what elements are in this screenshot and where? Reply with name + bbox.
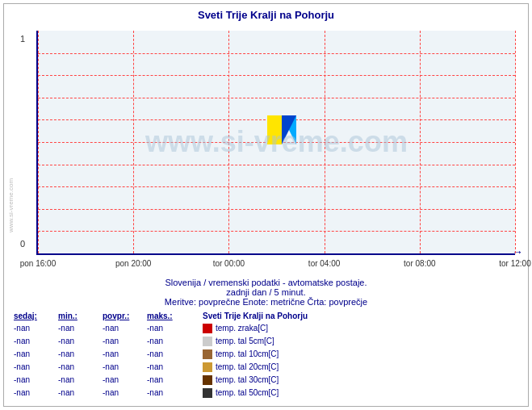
col-data-min: -nan -nan -nan -nan -nan -nan xyxy=(58,322,103,400)
legend-label-4: temp. tal 30cm[C] xyxy=(216,374,279,387)
legend-swatch-2 xyxy=(203,349,212,359)
info-line-2: Meritve: povprečne Enote: metrične Črta:… xyxy=(4,297,528,307)
legend: Sveti Trije Kralji na Pohorju temp. zrak… xyxy=(203,312,308,400)
chart-plot-area: → xyxy=(36,31,515,255)
chart-container: www.si-vreme.com Sveti Trije Kralji na P… xyxy=(3,3,529,407)
col-sedaj: sedaj: -nan -nan -nan -nan -nan -nan xyxy=(14,312,58,400)
legend-swatch-1 xyxy=(203,337,212,346)
col-data-povpr: -nan -nan -nan -nan -nan -nan xyxy=(103,322,147,400)
legend-label-2: temp. tal 10cm[C] xyxy=(216,348,279,361)
info-block: Slovenija / vremenski podatki - avtomats… xyxy=(4,278,528,307)
legend-swatch-0 xyxy=(203,324,212,333)
hgrid-0 xyxy=(38,53,515,54)
x-tick-2: tor 00:00 xyxy=(213,259,245,268)
x-tick-0: pon 16:00 xyxy=(20,259,57,268)
legend-label-0: temp. zraka[C] xyxy=(216,322,268,335)
hgrid-7 xyxy=(38,209,515,210)
legend-item-1: temp. tal 5cm[C] xyxy=(203,335,308,348)
legend-item-0: temp. zraka[C] xyxy=(203,322,308,335)
y-label-max: 1 xyxy=(20,34,25,44)
legend-label-5: temp. tal 50cm[C] xyxy=(216,387,279,400)
data-columns: sedaj: -nan -nan -nan -nan -nan -nan min… xyxy=(14,312,191,400)
legend-item-4: temp. tal 30cm[C] xyxy=(203,374,308,387)
col-min: min.: -nan -nan -nan -nan -nan -nan xyxy=(58,312,103,400)
svg-rect-0 xyxy=(267,115,282,144)
hgrid-6 xyxy=(38,186,515,187)
x-tick-3: tor 04:00 xyxy=(308,259,340,268)
col-header-sedaj: sedaj: xyxy=(14,312,58,320)
col-maks: maks.: -nan -nan -nan -nan -nan -nan xyxy=(147,312,191,400)
col-header-min: min.: xyxy=(58,312,103,320)
col-header-povpr: povpr.: xyxy=(103,312,147,320)
hgrid-1 xyxy=(38,75,515,76)
x-axis-arrow: → xyxy=(512,245,523,258)
legend-item-2: temp. tal 10cm[C] xyxy=(203,348,308,361)
legend-label-1: temp. tal 5cm[C] xyxy=(216,335,274,348)
col-header-maks: maks.: xyxy=(147,312,191,320)
chart-title: Sveti Trije Kralji na Pohorju xyxy=(4,9,528,21)
legend-swatch-5 xyxy=(203,388,212,398)
hgrid-8 xyxy=(38,231,515,232)
x-tick-5: tor 12:00 xyxy=(499,259,530,268)
x-tick-1: pon 20:00 xyxy=(115,259,152,268)
legend-title: Sveti Trije Kralji na Pohorju xyxy=(203,312,308,320)
vgrid-5 xyxy=(515,31,516,253)
info-line-1: zadnji dan / 5 minut. xyxy=(4,287,528,297)
hgrid-2 xyxy=(38,98,515,98)
y-label-min: 0 xyxy=(20,239,25,249)
x-tick-4: tor 08:00 xyxy=(404,259,435,268)
logo-icon xyxy=(267,115,296,144)
col-data-sedaj: -nan -nan -nan -nan -nan -nan xyxy=(14,322,58,400)
legend-label-3: temp. tal 20cm[C] xyxy=(216,361,279,374)
col-povpr: povpr.: -nan -nan -nan -nan -nan -nan xyxy=(103,312,147,400)
legend-swatch-4 xyxy=(203,375,212,385)
legend-item-5: temp. tal 50cm[C] xyxy=(203,387,308,400)
side-watermark: www.si-vreme.com xyxy=(8,178,15,232)
hgrid-5 xyxy=(38,165,515,165)
legend-item-3: temp. tal 20cm[C] xyxy=(203,361,308,374)
bottom-section: sedaj: -nan -nan -nan -nan -nan -nan min… xyxy=(14,312,528,400)
col-data-maks: -nan -nan -nan -nan -nan -nan xyxy=(147,322,191,400)
legend-swatch-3 xyxy=(203,362,212,372)
info-line-0: Slovenija / vremenski podatki - avtomats… xyxy=(4,278,528,287)
